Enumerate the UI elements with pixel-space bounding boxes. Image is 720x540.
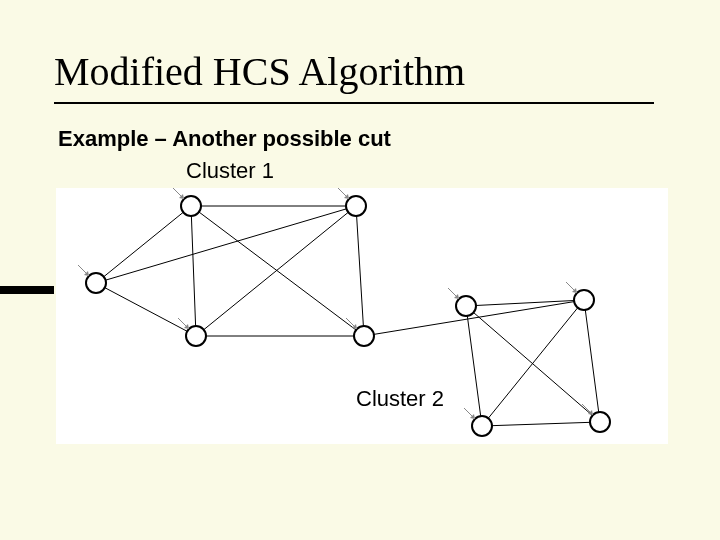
decorative-left-bar (0, 286, 54, 294)
graph-edge (488, 308, 577, 418)
graph-edge (492, 422, 590, 425)
graph-edge (106, 209, 347, 280)
graph-edge (191, 216, 195, 326)
slide-subtitle: Example – Another possible cut (58, 126, 391, 152)
graph-edge (467, 316, 480, 416)
graph-edge (357, 216, 364, 326)
graph-edge (585, 310, 598, 412)
graph-edge (104, 212, 183, 276)
cluster-1-label: Cluster 1 (186, 158, 274, 184)
title-underline (54, 102, 654, 104)
graph-edge (474, 313, 593, 416)
cluster-2-label: Cluster 2 (356, 386, 444, 412)
graph-edge (105, 288, 187, 332)
slide-title: Modified HCS Algorithm (54, 48, 465, 95)
graph-edge (476, 301, 574, 306)
